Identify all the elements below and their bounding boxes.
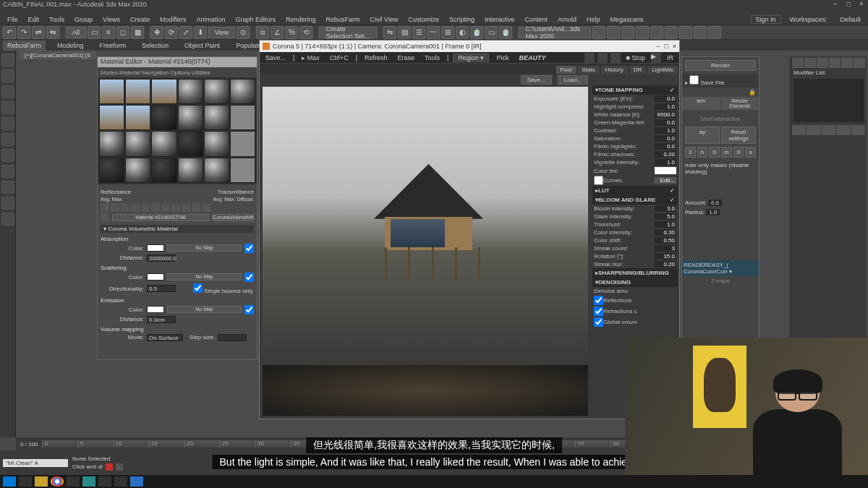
eyedropper-icon[interactable] bbox=[101, 213, 109, 222]
tab-rebusfarm[interactable]: RebusFarm bbox=[3, 40, 46, 51]
rsetup-ray-button[interactable]: ay bbox=[685, 127, 720, 144]
me-tool[interactable] bbox=[141, 203, 150, 212]
mat-slot[interactable] bbox=[178, 131, 203, 156]
emi-distance-field[interactable]: 0.0cm bbox=[147, 316, 176, 323]
mat-slot[interactable] bbox=[99, 79, 124, 104]
vfb-pick-button[interactable]: Pick bbox=[493, 54, 511, 61]
mat-slot[interactable] bbox=[151, 79, 176, 104]
3dsmax-taskbar-icon[interactable] bbox=[82, 476, 95, 487]
vfb-ctrlc-button[interactable]: Ctrl+C bbox=[327, 54, 352, 61]
streak-blur-field[interactable]: 0.20 bbox=[655, 261, 676, 267]
me-tool[interactable] bbox=[101, 203, 109, 212]
saturation-field[interactable]: 0.0 bbox=[655, 135, 676, 142]
cmdtab-display-icon[interactable] bbox=[841, 58, 853, 68]
me-menu-utilities[interactable]: Utilities bbox=[192, 69, 210, 76]
emi-color-swatch[interactable] bbox=[147, 306, 164, 313]
vfb-tools-button[interactable]: Tools bbox=[422, 54, 443, 61]
radius-field[interactable]: 1.0 bbox=[706, 209, 720, 215]
vignette-field[interactable]: 1.0 bbox=[655, 159, 676, 166]
vfb-close-icon[interactable]: × bbox=[673, 43, 676, 50]
mat-slot[interactable] bbox=[151, 131, 176, 156]
amount-field[interactable]: 6.6 bbox=[708, 200, 722, 206]
me-tool[interactable] bbox=[151, 203, 160, 212]
cmdtab-create-icon[interactable] bbox=[792, 58, 804, 68]
vfb-lock-icon[interactable] bbox=[610, 53, 621, 63]
bloom-intensity-field[interactable]: 3.0 bbox=[655, 205, 676, 212]
vfb-refresh-button[interactable]: Refresh bbox=[362, 54, 391, 61]
modstack-btn[interactable] bbox=[851, 125, 865, 135]
curves-check[interactable] bbox=[594, 176, 603, 185]
cmdtab-motion-icon[interactable] bbox=[829, 58, 841, 68]
color-intensity-field[interactable]: 0.30 bbox=[655, 229, 676, 236]
me-tool[interactable] bbox=[182, 203, 190, 212]
menu-help[interactable]: Help bbox=[582, 16, 605, 23]
mat-slot[interactable] bbox=[230, 158, 255, 183]
menu-megascans[interactable]: Megascans bbox=[606, 16, 648, 23]
lock-icon[interactable] bbox=[106, 463, 113, 471]
scat-color-swatch[interactable] bbox=[147, 273, 164, 281]
mat-slot[interactable] bbox=[204, 105, 229, 130]
app-icon-3[interactable] bbox=[130, 476, 143, 487]
move-icon[interactable]: ✥ bbox=[150, 26, 163, 39]
modstack-btn[interactable] bbox=[822, 125, 835, 135]
obs-icon[interactable] bbox=[98, 476, 111, 487]
vfb-tab-dr[interactable]: DR bbox=[629, 66, 647, 74]
rsetup-tab-tem[interactable]: tem bbox=[682, 97, 720, 110]
app-icon-2[interactable] bbox=[114, 476, 127, 487]
rotation-field[interactable]: 15.0 bbox=[655, 253, 676, 260]
toolbar-btn-e[interactable] bbox=[650, 26, 663, 39]
maximize-icon[interactable]: □ bbox=[845, 1, 852, 8]
globalvol-check[interactable] bbox=[594, 317, 603, 327]
renderframe-icon[interactable]: ▭ bbox=[485, 26, 498, 39]
vfb-tab-stats[interactable]: Stats bbox=[578, 66, 600, 74]
taskview-icon[interactable] bbox=[19, 476, 32, 487]
toolbar-btn-d[interactable] bbox=[636, 26, 649, 39]
mat-slot[interactable] bbox=[204, 79, 229, 104]
me-menu-modes[interactable]: Modes bbox=[101, 69, 118, 76]
vfb-tab-lightmix[interactable]: LightMix bbox=[647, 66, 678, 74]
vfb-tomax-button[interactable]: ▸ Max bbox=[299, 54, 323, 61]
start-button[interactable] bbox=[3, 476, 16, 487]
me-tool[interactable] bbox=[171, 203, 180, 212]
mat-slot[interactable] bbox=[230, 105, 255, 130]
menu-interactive[interactable]: Interactive bbox=[480, 16, 519, 23]
color-shift-field[interactable]: 0.50 bbox=[655, 237, 676, 244]
mat-slot[interactable] bbox=[178, 158, 203, 183]
modifier-stack[interactable] bbox=[793, 79, 864, 122]
menu-group[interactable]: Group bbox=[70, 16, 97, 23]
render-image[interactable] bbox=[263, 87, 588, 362]
schematic-icon[interactable]: ⊞ bbox=[441, 26, 454, 39]
vtool-11[interactable] bbox=[1, 213, 14, 226]
selection-set-dropdown[interactable]: Create Selection Set... bbox=[319, 27, 377, 38]
toolbar-btn-b[interactable] bbox=[607, 26, 620, 39]
ref-coord-dropdown[interactable]: View bbox=[208, 27, 235, 38]
reset-settings-button[interactable]: Reset settings bbox=[721, 127, 756, 144]
vfb-tab-history[interactable]: History bbox=[601, 66, 628, 74]
chrome-icon[interactable] bbox=[51, 476, 64, 487]
vtool-1[interactable] bbox=[1, 53, 14, 67]
viewport-preview[interactable] bbox=[263, 365, 588, 416]
mat-slot[interactable] bbox=[99, 105, 124, 130]
me-tool[interactable] bbox=[131, 203, 140, 212]
toolbar-btn-c[interactable] bbox=[621, 26, 634, 39]
me-tool[interactable] bbox=[192, 203, 200, 212]
menu-rendering[interactable]: Rendering bbox=[281, 16, 320, 23]
menu-animation[interactable]: Animation bbox=[192, 16, 229, 23]
explorer-icon[interactable] bbox=[35, 476, 48, 487]
me-tool[interactable] bbox=[111, 203, 119, 212]
mat-slot[interactable] bbox=[204, 131, 229, 156]
rsetup-tab-elements[interactable]: Render Elements bbox=[721, 97, 760, 110]
mat-slot[interactable] bbox=[204, 158, 229, 183]
mat-slot[interactable] bbox=[178, 105, 203, 130]
lut-header[interactable]: LUT bbox=[598, 187, 610, 194]
menu-arnold[interactable]: Arnold bbox=[553, 16, 581, 23]
toolbar-btn-i[interactable] bbox=[708, 26, 721, 39]
menu-grapheditors[interactable]: Graph Editors bbox=[231, 16, 280, 23]
modstack-btn[interactable] bbox=[807, 125, 820, 135]
angsnap-icon[interactable]: ∠ bbox=[271, 26, 284, 39]
abs-map-check[interactable] bbox=[244, 244, 254, 253]
contrast-field[interactable]: 1.0 bbox=[655, 127, 676, 134]
start-interactive-button[interactable]: Start interactive bbox=[682, 114, 759, 124]
mirror-icon[interactable]: ⇋ bbox=[383, 26, 396, 39]
cmdtab-modify-icon[interactable] bbox=[804, 58, 816, 68]
